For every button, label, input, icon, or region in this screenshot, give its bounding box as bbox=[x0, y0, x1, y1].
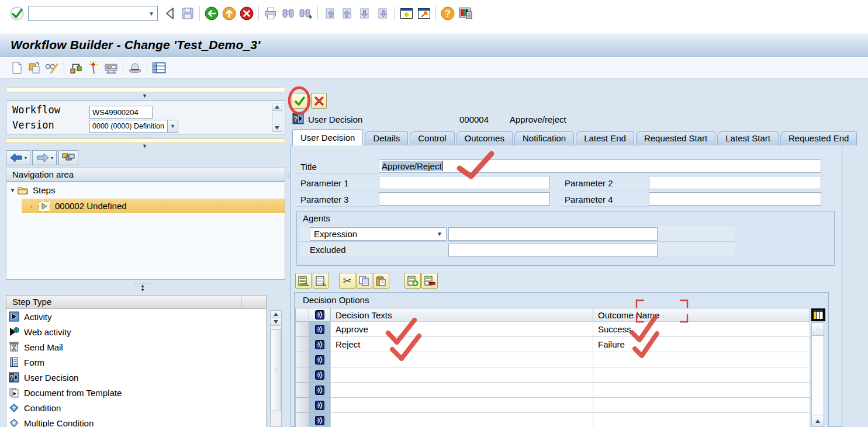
scrollbar-grip[interactable]: ∷ bbox=[812, 323, 824, 336]
step-back-button[interactable]: ▾ bbox=[6, 150, 30, 165]
choose-workflow-icon[interactable] bbox=[67, 60, 85, 76]
parameter4-input[interactable] bbox=[649, 192, 821, 206]
decision-text-cell[interactable] bbox=[330, 382, 593, 398]
decision-text-cell[interactable] bbox=[330, 397, 593, 413]
decision-text-cell[interactable] bbox=[330, 367, 593, 383]
confirm-button[interactable] bbox=[292, 93, 307, 109]
tab-latest-end[interactable]: Latest End bbox=[576, 131, 634, 145]
row-selector[interactable] bbox=[295, 352, 309, 367]
step-type-form[interactable]: Form bbox=[6, 355, 266, 370]
outcome-name-cell[interactable] bbox=[593, 367, 810, 383]
first-page-icon[interactable] bbox=[321, 5, 338, 22]
collapse-arrow-icon[interactable]: ▼ bbox=[142, 144, 147, 149]
copy-icon[interactable] bbox=[26, 60, 43, 76]
scroll-down-icon[interactable] bbox=[272, 124, 282, 131]
version-dropdown-icon[interactable]: ▼ bbox=[167, 120, 178, 132]
deselect-all-rows-button[interactable] bbox=[313, 273, 329, 289]
step-type-scrollbar[interactable]: ∷ bbox=[270, 310, 282, 427]
tab-requested-start[interactable]: Requested Start bbox=[636, 131, 715, 145]
decision-text-cell[interactable] bbox=[330, 412, 593, 427]
save-icon[interactable] bbox=[179, 5, 196, 22]
step-type-user-decision[interactable]: ? User Decision bbox=[6, 370, 266, 385]
copy-rows-button[interactable] bbox=[356, 273, 372, 289]
info-scrollbar[interactable] bbox=[272, 103, 282, 132]
print-icon[interactable] bbox=[262, 5, 279, 22]
tab-latest-start[interactable]: Latest Start bbox=[717, 131, 779, 145]
agent-expression-input[interactable] bbox=[448, 227, 658, 241]
exit-icon[interactable] bbox=[220, 5, 238, 22]
tab-requested-end[interactable]: Requested End bbox=[780, 131, 857, 145]
display-change-icon[interactable] bbox=[43, 60, 61, 76]
step-forward-button[interactable]: ▾ bbox=[32, 150, 57, 165]
find-icon[interactable] bbox=[279, 5, 297, 22]
collapsed-tray-mid[interactable] bbox=[6, 138, 285, 143]
outcome-name-cell[interactable] bbox=[593, 412, 810, 427]
reject-button[interactable] bbox=[311, 93, 327, 109]
row-selector[interactable] bbox=[295, 321, 309, 337]
step-type-activity[interactable]: Activity bbox=[6, 309, 266, 324]
tree-node-steps[interactable]: ▾ Steps bbox=[11, 185, 55, 195]
tab-details[interactable]: Details bbox=[365, 131, 408, 145]
new-workflow-icon[interactable] bbox=[8, 60, 26, 76]
select-all-rows-button[interactable] bbox=[295, 273, 312, 289]
agent-type-dropdown-icon[interactable]: ▼ bbox=[437, 231, 446, 237]
version-select[interactable]: 0000 (0000) Definition ▼ bbox=[89, 120, 178, 133]
parameter3-input[interactable] bbox=[379, 192, 550, 206]
tab-control[interactable]: Control bbox=[410, 131, 454, 145]
table-view-icon[interactable] bbox=[150, 60, 168, 76]
paste-rows-button[interactable] bbox=[373, 273, 389, 289]
last-page-icon[interactable] bbox=[374, 5, 391, 22]
delete-row-button[interactable] bbox=[421, 273, 438, 289]
row-selector-header[interactable] bbox=[295, 308, 309, 322]
table-scrollbar[interactable]: ∷ bbox=[811, 322, 824, 427]
decision-text-cell[interactable]: Approve bbox=[330, 321, 593, 337]
table-settings-button[interactable] bbox=[811, 308, 825, 321]
step-type-condition[interactable]: Condition bbox=[6, 400, 266, 415]
hat-icon[interactable] bbox=[126, 60, 144, 76]
row-selector[interactable] bbox=[295, 412, 309, 427]
scroll-up-icon[interactable] bbox=[271, 311, 281, 318]
outcome-name-column-header[interactable]: Outcome Name bbox=[593, 308, 810, 322]
enter-icon[interactable] bbox=[8, 5, 26, 22]
outcome-name-cell[interactable] bbox=[593, 352, 810, 367]
step-type-document-from-template[interactable]: Document from Template bbox=[6, 385, 266, 400]
decision-texts-column-header[interactable]: Decision Texts bbox=[330, 308, 593, 322]
scroll-down-icon[interactable] bbox=[271, 318, 281, 326]
row-selector[interactable] bbox=[295, 382, 309, 398]
scroll-up-icon[interactable] bbox=[812, 415, 824, 426]
workflow-id-field[interactable] bbox=[89, 106, 153, 119]
parameter1-input[interactable] bbox=[379, 176, 550, 189]
tree-expander-icon[interactable]: ▾ bbox=[11, 187, 14, 193]
outcome-name-cell[interactable]: Success bbox=[593, 321, 810, 337]
scroll-up-icon[interactable] bbox=[272, 103, 282, 111]
step-type-send-mail[interactable]: Send Mail bbox=[6, 339, 266, 355]
agent-type-dropdown[interactable]: Expression ▼ bbox=[310, 227, 447, 241]
outcome-name-cell[interactable] bbox=[593, 382, 810, 398]
test-icon[interactable] bbox=[102, 60, 120, 76]
collapse-arrow-icon[interactable]: ▼ bbox=[142, 93, 147, 99]
tab-user-decision[interactable]: User Decision bbox=[292, 129, 363, 145]
table-row[interactable] bbox=[295, 412, 811, 427]
table-row[interactable] bbox=[295, 367, 811, 383]
step-type-web-activity[interactable]: Web activity bbox=[6, 324, 266, 339]
command-input[interactable] bbox=[29, 7, 147, 20]
insert-row-button[interactable] bbox=[404, 273, 421, 289]
table-row[interactable] bbox=[295, 397, 811, 413]
generate-icon[interactable] bbox=[85, 60, 102, 76]
outcome-name-cell[interactable] bbox=[593, 397, 810, 413]
back-icon[interactable] bbox=[203, 5, 220, 22]
tab-notification[interactable]: Notification bbox=[514, 131, 574, 145]
step-type-multiple-condition[interactable]: Multiple Condition bbox=[6, 415, 266, 427]
parameter2-input[interactable] bbox=[649, 176, 821, 189]
row-selector[interactable] bbox=[295, 397, 309, 413]
decision-text-cell[interactable]: Reject bbox=[330, 336, 593, 352]
panel-splitter[interactable]: ⁞ bbox=[286, 175, 291, 292]
table-row[interactable] bbox=[295, 352, 811, 367]
help-icon[interactable]: ? bbox=[439, 5, 457, 22]
tab-outcomes[interactable]: Outcomes bbox=[457, 131, 513, 145]
page-down-icon[interactable] bbox=[356, 5, 374, 22]
cut-button[interactable]: ✂ bbox=[339, 273, 355, 289]
table-row[interactable]: Approve Success bbox=[295, 321, 811, 337]
create-shortcut-icon[interactable] bbox=[415, 5, 433, 22]
back-triangle-icon[interactable] bbox=[161, 5, 179, 22]
